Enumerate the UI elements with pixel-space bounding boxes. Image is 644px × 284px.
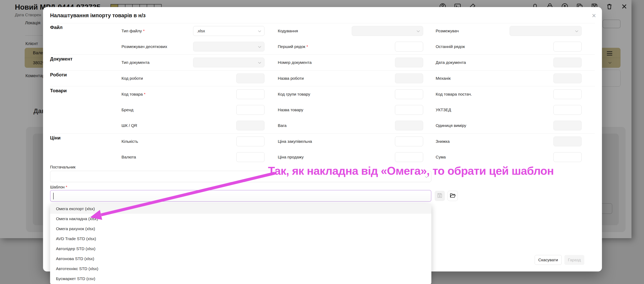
import-settings-modal: Налаштування імпорту товарів в н/з × Фай… [43, 7, 602, 271]
field-label: Назва роботи [278, 76, 352, 81]
input-Код товара[interactable] [236, 89, 264, 99]
dropdown-option[interactable]: Автонова STD (xlsx) [50, 254, 431, 264]
input-Сума[interactable] [554, 152, 582, 162]
input-Одиниця виміру [554, 121, 582, 130]
form-row: БрендНазва товаруУКТЗЕД [50, 102, 595, 118]
form-row: Розмежувач десятковихПерший рядок*Останн… [50, 39, 595, 55]
field-label: Ціна закупівельна [278, 139, 352, 144]
field-label: Розмежувач десяткових [122, 44, 193, 49]
input-Ціна закупівельна[interactable] [395, 137, 423, 146]
form-section: ЦіниКількістьЦіна закупівельнаЗнижкаВалю… [50, 133, 595, 165]
form-row: Тип документаНомер документаДата докумен… [50, 55, 595, 70]
input-Кількість[interactable] [236, 137, 264, 146]
form-section: ТовариКод товара*Код групи товаруКод тов… [50, 86, 595, 133]
field-label: Механік [436, 76, 510, 81]
input-Останній рядок[interactable] [554, 42, 582, 52]
required-asterisk: * [143, 29, 144, 33]
field-label: Тип документа [122, 60, 193, 65]
input-Код роботи [236, 74, 264, 83]
form-row: Код роботиНазва роботиМеханік [50, 71, 595, 86]
input-Назва товару[interactable] [395, 105, 423, 115]
open-template-button[interactable] [448, 191, 458, 201]
select-Тип файлу[interactable]: .xlsx [193, 26, 264, 36]
section-title: Документ [50, 56, 72, 62]
field-label: Бренд [122, 108, 193, 112]
form-row: Код товара*Код групи товаруКод товара по… [50, 86, 595, 102]
field-label: Код товара* [122, 92, 193, 97]
field-label: Сума [436, 155, 510, 159]
select-Розмежувач [510, 26, 582, 36]
section-title: Роботи [50, 72, 67, 78]
field-label: Валюта [122, 155, 193, 159]
chevron-down-icon [258, 29, 261, 33]
field-label: Одиниця виміру [436, 123, 510, 128]
field-label: Код групи товару [278, 92, 352, 97]
input-Назва роботи [395, 74, 423, 83]
field-label: Ціна продажу [278, 155, 352, 159]
chevron-down-icon [258, 44, 261, 49]
field-label: Кількість [122, 139, 193, 144]
form-section: ДокументТип документаНомер документаДата… [50, 55, 595, 70]
field-label: Останній рядок [436, 44, 510, 49]
dropdown-option[interactable]: AVD Trade STD (xlsx) [50, 234, 431, 244]
form-row: Тип файлу*.xlsxКодуванняРозмежувач [50, 23, 595, 39]
dropdown-option[interactable]: Бусмаркет STD (csv) [50, 274, 431, 283]
select-Розмежувач десяткових [193, 42, 264, 52]
form-section: РоботиКод роботиНазва роботиМеханік [50, 70, 595, 86]
input-Ціна продажу[interactable] [395, 152, 423, 162]
input-Код групи товару[interactable] [395, 89, 423, 99]
input-Перший рядок[interactable] [395, 42, 423, 52]
input-Бренд[interactable] [236, 105, 264, 115]
select-value: .xlsx [197, 29, 205, 33]
template-label: Шаблон* [50, 185, 67, 189]
field-label: Дата документа [436, 60, 510, 65]
annotation-text: Так, як накладна від «Омега», то обрати … [268, 164, 554, 177]
screen: Новий МРД-9444-972735 Дата Створен Локац [0, 0, 644, 284]
section-title: Ціни [50, 135, 60, 141]
field-label: Код товара постач. [436, 92, 510, 97]
required-asterisk: * [306, 44, 308, 49]
field-label: Тип файлу* [122, 29, 193, 33]
form-section: ФайлТип файлу*.xlsxКодуванняРозмежувачРо… [50, 23, 595, 55]
field-label: ШК / QR [122, 123, 193, 128]
input-Дата документа [554, 58, 582, 67]
field-label: Перший рядок* [278, 44, 352, 49]
input-Механік [554, 74, 582, 83]
modal-title: Налаштування імпорту товарів в н/з [50, 13, 146, 19]
input-ШК / QR [236, 121, 264, 130]
dropdown-option[interactable]: Автотехнікс STD (xlsx) [50, 264, 431, 274]
dropdown-option[interactable]: Омега накладна (xlsx) [50, 214, 431, 224]
section-title: Файл [50, 25, 62, 30]
dropdown-option[interactable]: Омега рахунок (xlsx) [50, 224, 431, 234]
select-Кодування [352, 26, 423, 36]
chevron-down-icon [417, 29, 420, 33]
field-label: Код роботи [122, 76, 193, 81]
field-label: Знижка [436, 139, 510, 144]
field-label: Розмежувач [436, 29, 510, 33]
input-Код товара постач.[interactable] [554, 89, 582, 99]
floppy-icon [437, 192, 443, 199]
chevron-down-icon [258, 60, 261, 65]
select-Тип документа [193, 58, 264, 67]
ok-button[interactable]: Гаразд [564, 255, 584, 265]
input-Валюта[interactable] [236, 152, 264, 162]
modal-close-icon[interactable]: × [589, 11, 598, 20]
cancel-button[interactable]: Скасувати [535, 255, 562, 265]
template-dropdown: Омега експорт (xlsx)Омега накладна (xlsx… [50, 204, 431, 284]
input-Вага [395, 121, 423, 130]
input-Знижка [554, 137, 582, 146]
template-input[interactable] [50, 190, 431, 202]
section-title: Товари [50, 88, 67, 93]
import-form: ФайлТип файлу*.xlsxКодуванняРозмежувачРо… [50, 23, 595, 165]
save-template-button[interactable] [435, 191, 445, 201]
field-label: Кодування [278, 29, 352, 33]
dropdown-option[interactable]: Автолідер STD (xlsx) [50, 244, 431, 254]
form-row: ШК / QRВагаОдиниця виміру [50, 118, 595, 133]
field-label: Номер документа [278, 60, 352, 65]
input-УКТЗЕД[interactable] [554, 105, 582, 115]
field-label: Назва товару [278, 108, 352, 112]
supplier-label: Постачальник [50, 165, 76, 169]
text-caret [53, 193, 54, 199]
field-label: Вага [278, 123, 352, 128]
dropdown-option[interactable]: Омега експорт (xlsx) [50, 204, 431, 214]
